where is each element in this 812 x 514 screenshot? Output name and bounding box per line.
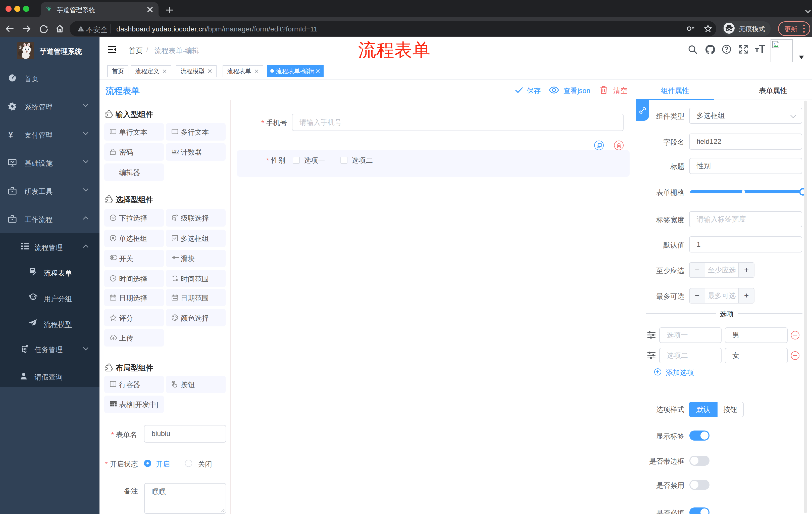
svg-text:123: 123 bbox=[172, 149, 179, 154]
